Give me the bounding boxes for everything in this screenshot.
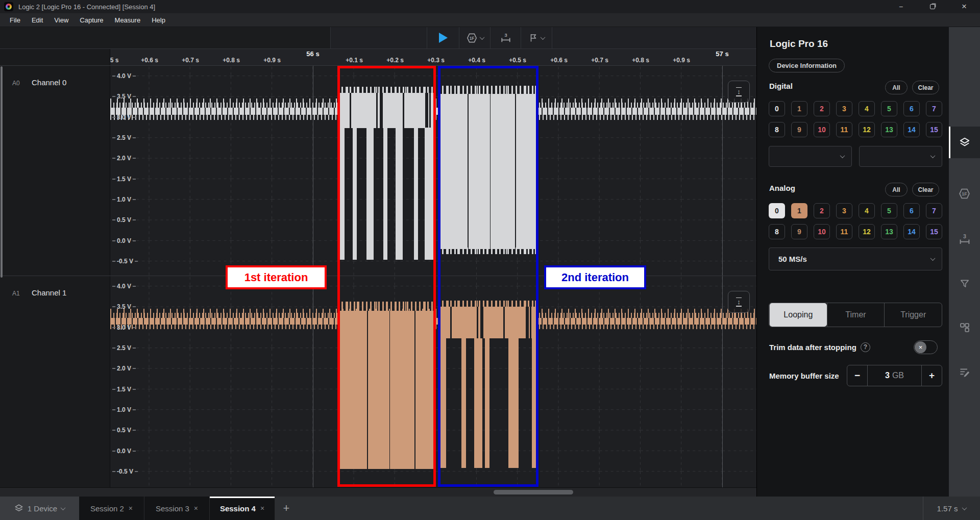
close-session-icon[interactable]: × — [194, 504, 198, 512]
capture-mode-tabs: LoopingTimerTrigger — [769, 303, 942, 327]
rail-notes-tab[interactable] — [949, 356, 980, 388]
horizontal-scrollbar[interactable] — [0, 487, 756, 497]
toggle-off-knob: × — [915, 341, 926, 353]
digital-channel-button[interactable]: 14 — [903, 122, 920, 137]
digital-channel-button[interactable]: 5 — [881, 101, 897, 116]
digital-channel-button[interactable]: 6 — [903, 101, 920, 116]
analog-clear-button[interactable]: Clear — [912, 183, 939, 196]
major-gridline-56s — [313, 276, 313, 487]
memory-increase-button[interactable]: + — [921, 365, 942, 386]
rail-analyzers-tab[interactable]: 1F — [949, 178, 980, 209]
device-count-dropdown[interactable]: 1 Device — [0, 497, 79, 520]
digital-channel-button[interactable]: 10 — [814, 122, 830, 137]
digital-channel-button[interactable]: 2 — [814, 101, 830, 116]
digital-channel-button[interactable]: 1 — [791, 101, 807, 116]
session-tab[interactable]: Session 3 × — [144, 497, 210, 520]
analog-samplerate-select[interactable]: 50 MS/s — [769, 247, 942, 270]
analog-channel-button[interactable]: 13 — [881, 224, 897, 239]
rail-extensions-tab[interactable] — [949, 312, 980, 343]
analog-channel-button[interactable]: 11 — [836, 224, 852, 239]
time-tick-label: +0.5 s — [509, 57, 526, 64]
digital-channel-button[interactable]: 4 — [859, 101, 875, 116]
digital-channel-button[interactable]: 15 — [926, 122, 942, 137]
capture-duration-dropdown[interactable]: 1.57 s — [923, 497, 980, 520]
menu-item[interactable]: Help — [147, 14, 170, 26]
annotations-dropdown-button[interactable] — [521, 27, 552, 48]
analog-channel-button[interactable]: 9 — [791, 224, 807, 239]
rail-annotations-tab[interactable] — [949, 268, 980, 300]
ruler-corner — [0, 49, 110, 65]
channel0-label-panel[interactable]: A0 Channel 0 — [0, 66, 110, 276]
analog-channel-button[interactable]: 14 — [903, 224, 920, 239]
channel0-plot[interactable]: 4.0 V3.5 V3.0 V2.5 V2.0 V1.5 V1.0 V0.5 V… — [110, 66, 756, 276]
logic2-app-window: Logic 2 [Logic Pro 16 - Connected] [Sess… — [0, 0, 980, 520]
digital-channel-grid: 0123456789101112131415 — [769, 101, 942, 137]
menu-item[interactable]: Edit — [27, 14, 47, 26]
ch1-autoscale-button[interactable]: ↕ — [728, 291, 750, 313]
menu-item[interactable]: File — [5, 14, 25, 26]
menu-item[interactable]: Capture — [75, 14, 108, 26]
digital-clear-button[interactable]: Clear — [912, 81, 939, 94]
device-information-button[interactable]: Device Information — [769, 59, 845, 72]
analog-channel-button[interactable]: 4 — [859, 203, 875, 218]
analog-channel-button[interactable]: 15 — [926, 224, 942, 239]
channel1-plot[interactable]: 4.0 V3.5 V3.0 V2.5 V2.0 V1.5 V1.0 V0.5 V… — [110, 276, 756, 487]
close-button[interactable]: × — [948, 0, 980, 13]
analog-channel-button[interactable]: 3 — [836, 203, 852, 218]
analog-channel-button[interactable]: 5 — [881, 203, 897, 218]
analog-channel-button[interactable]: 12 — [859, 224, 875, 239]
capture-mode-tab[interactable]: Looping — [769, 303, 827, 327]
menu-item[interactable]: Measure — [110, 14, 145, 26]
measurements-button[interactable]: 3 — [490, 27, 521, 48]
digital-channel-button[interactable]: 3 — [836, 101, 852, 116]
time-tick-label: +0.8 s — [632, 57, 649, 64]
digital-channel-button[interactable]: 13 — [881, 122, 897, 137]
trim-toggle[interactable]: × — [914, 340, 938, 354]
analog-channel-button[interactable]: 2 — [814, 203, 830, 218]
restore-icon — [930, 4, 935, 9]
help-icon[interactable]: ? — [861, 342, 870, 352]
memory-decrease-button[interactable]: − — [847, 365, 868, 386]
digital-channel-button[interactable]: 11 — [836, 122, 852, 137]
close-session-icon[interactable]: × — [260, 504, 264, 512]
restore-button[interactable] — [917, 0, 948, 13]
digital-voltage-select[interactable] — [769, 146, 852, 167]
capture-mode-tab[interactable]: Timer — [827, 303, 885, 327]
time-tick-label: +0.2 s — [386, 57, 404, 64]
analog-channel-button[interactable]: 8 — [769, 224, 785, 239]
analog-all-button[interactable]: All — [885, 183, 908, 196]
analog-channel-button[interactable]: 6 — [903, 203, 920, 218]
session-tab[interactable]: Session 2 × — [79, 497, 144, 520]
vertical-scrollbar-thumb[interactable] — [1, 66, 3, 278]
analog-channel-button[interactable]: 1 — [791, 203, 807, 218]
minimize-button[interactable]: − — [885, 0, 917, 13]
channel1-label-panel[interactable]: A1 Channel 1 — [0, 276, 110, 487]
chevron-down-icon — [840, 153, 845, 158]
new-session-button[interactable]: + — [275, 497, 298, 520]
digital-samplerate-select[interactable] — [859, 146, 942, 167]
ch0-autoscale-button[interactable]: ↕ — [728, 81, 750, 103]
time-ruler[interactable]: 5 s +0.6 s +0.7 s +0.8 s +0.9 s 56 s +0.… — [0, 49, 756, 66]
analyzers-dropdown-button[interactable]: 1F — [459, 27, 490, 48]
voltage-tick-label: -0.5 V — [112, 251, 138, 271]
rail-devices-tab[interactable] — [949, 127, 980, 158]
digital-channel-button[interactable]: 8 — [769, 122, 785, 137]
analog-channel-button[interactable]: 10 — [814, 224, 830, 239]
start-capture-button[interactable] — [427, 27, 459, 48]
rail-measurements-tab[interactable]: 3 — [949, 224, 980, 255]
digital-channel-button[interactable]: 12 — [859, 122, 875, 137]
capture-mode-tab[interactable]: Trigger — [884, 303, 942, 327]
analog-channel-button[interactable]: 7 — [926, 203, 942, 218]
digital-channel-button[interactable]: 7 — [926, 101, 942, 116]
time-tick-label: +0.7 s — [182, 57, 199, 64]
horizontal-scrollbar-thumb[interactable] — [494, 490, 573, 494]
digital-channel-button[interactable]: 9 — [791, 122, 807, 137]
session-tab-label: Session 2 — [90, 504, 124, 513]
memory-buffer-stepper: − 3GB + — [847, 365, 942, 386]
analog-channel-button[interactable]: 0 — [769, 203, 785, 218]
digital-all-button[interactable]: All — [885, 81, 908, 94]
digital-channel-button[interactable]: 0 — [769, 101, 785, 116]
session-tab[interactable]: Session 4 × — [210, 497, 275, 520]
close-session-icon[interactable]: × — [129, 504, 133, 512]
menu-item[interactable]: View — [50, 14, 73, 26]
